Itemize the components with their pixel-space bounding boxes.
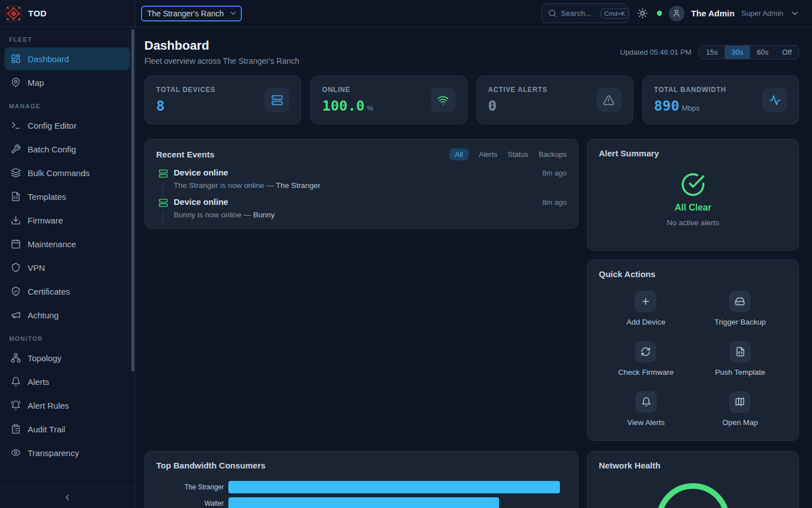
stat-icon-chip: [762, 87, 787, 112]
interval-button-30s[interactable]: 30s: [725, 46, 750, 59]
sidebar-item-label: Firmware: [28, 216, 63, 225]
sidebar-item-alert-rules[interactable]: Alert Rules: [5, 394, 130, 417]
search-input[interactable]: [561, 9, 596, 17]
stats-row: TOTAL DEVICES 8 ONLINE 100.0% ACTIVE ALE…: [144, 76, 799, 124]
event-filter-status[interactable]: Status: [508, 148, 528, 160]
network-icon: [11, 353, 21, 363]
stat-text: ACTIVE ALERTS 0: [488, 86, 548, 114]
add-device-button[interactable]: Add Device: [626, 291, 665, 326]
sidebar-item-templates[interactable]: Templates: [5, 185, 130, 208]
sidebar-section-label: FLEET: [9, 36, 126, 43]
sidebar-item-achtung[interactable]: Achtung: [5, 304, 130, 326]
hard-drive-icon: [735, 296, 745, 306]
sidebar-collapse-button[interactable]: [0, 487, 135, 508]
terminal-icon: [11, 120, 21, 130]
bandwidth-bar: [228, 497, 499, 508]
updated-timestamp: Updated 05:46:01 PM: [620, 48, 691, 56]
sidebar-item-alerts[interactable]: Alerts: [5, 370, 130, 393]
event-row[interactable]: Device online 8m ago The Stranger is now…: [156, 168, 567, 190]
theme-toggle-button[interactable]: [635, 6, 650, 21]
brand-name: TOD: [28, 8, 47, 18]
stat-label: ACTIVE ALERTS: [488, 86, 548, 94]
refresh-icon: [635, 341, 656, 362]
sidebar-item-certificates[interactable]: Certificates: [5, 280, 130, 303]
sidebar-item-label: Config Editor: [28, 121, 77, 130]
bell-icon: [11, 376, 21, 387]
activity-icon: [769, 94, 781, 106]
event-filter-all[interactable]: All: [449, 148, 469, 160]
stat-card-total-devices: TOTAL DEVICES 8: [144, 76, 301, 124]
fleet-selector[interactable]: The Stranger's Ranch: [141, 6, 242, 21]
event-filter-alerts[interactable]: Alerts: [479, 148, 497, 160]
chevron-down-icon: [790, 8, 800, 18]
sidebar-section-label: MONITOR: [9, 335, 126, 342]
sidebar-item-dashboard[interactable]: Dashboard: [5, 47, 130, 70]
avatar[interactable]: [669, 6, 685, 21]
sidebar-section-label: MANAGE: [9, 103, 126, 110]
content-grid: Recent Events AllAlertsStatusBackups Dev…: [144, 139, 799, 508]
plus-icon: [635, 291, 656, 312]
push-template-button[interactable]: Push Template: [715, 341, 765, 376]
interval-button-60s[interactable]: 60s: [750, 46, 775, 59]
check-circle-icon: [681, 172, 705, 197]
bandwidth-title: Top Bandwidth Consumers: [156, 461, 266, 470]
bandwidth-device-label: Walter: [156, 500, 224, 507]
sidebar-item-label: Alerts: [28, 377, 49, 387]
sidebar-item-label: VPN: [28, 263, 45, 273]
stat-card-online: ONLINE 100.0%: [310, 76, 467, 124]
stat-value: 0: [488, 98, 548, 114]
gauge-ring-icon: 100: [651, 478, 735, 508]
body-row: FLEET Dashboard MapMANAGE Config Editor …: [0, 27, 812, 508]
interval-button-off[interactable]: Off: [775, 46, 798, 59]
sidebar-item-label: Bulk Commands: [28, 168, 90, 178]
sidebar-item-firmware[interactable]: Firmware: [5, 209, 130, 231]
search-box[interactable]: Cmd+K: [541, 3, 628, 23]
alert-summary-card: Alert Summary All Clear No active alerts: [587, 139, 799, 251]
right-column: Alert Summary All Clear No active alerts…: [587, 139, 799, 441]
bandwidth-row: Walter: [156, 497, 567, 508]
sidebar-item-transparency[interactable]: Transparency: [5, 441, 130, 464]
topbar: TOD The Stranger's Ranch Cmd+K The Admin…: [0, 0, 812, 27]
event-device: The Stranger: [276, 181, 320, 190]
search-icon: [548, 9, 557, 17]
page-header-left: Dashboard Fleet overview across The Stra…: [144, 38, 299, 65]
sidebar-item-bulk-commands[interactable]: Bulk Commands: [5, 161, 130, 184]
page-title: Dashboard: [144, 38, 299, 53]
event-filter-backups[interactable]: Backups: [539, 148, 567, 160]
server-icon: [156, 197, 170, 208]
trigger-backup-button[interactable]: Trigger Backup: [714, 291, 766, 326]
sidebar-item-map[interactable]: Map: [5, 71, 130, 94]
open-map-button[interactable]: Open Map: [722, 391, 758, 427]
chevron-left-icon: [63, 493, 72, 502]
event-row[interactable]: Device online 8m ago Bunny is now online…: [156, 197, 567, 219]
sidebar-item-batch-config[interactable]: Batch Config: [5, 138, 130, 160]
event-filter-tabs: AllAlertsStatusBackups: [449, 148, 567, 160]
eye-icon: [11, 448, 21, 458]
chevron-down-icon[interactable]: [790, 8, 800, 18]
sidebar-item-config-editor[interactable]: Config Editor: [5, 114, 130, 137]
interval-button-15s[interactable]: 15s: [699, 46, 725, 59]
stat-value: 8: [156, 98, 215, 114]
fleet-selector-wrap: The Stranger's Ranch: [141, 6, 242, 21]
sidebar-item-maintenance[interactable]: Maintenance: [5, 233, 130, 255]
sidebar-item-vpn[interactable]: VPN: [5, 256, 130, 279]
quick-action-label: Push Template: [715, 368, 765, 376]
page-header-right: Updated 05:46:01 PM 15s30s60sOff: [620, 45, 800, 59]
quick-action-label: Trigger Backup: [714, 318, 766, 326]
stat-unit: %: [367, 104, 374, 112]
stat-icon-chip: [597, 87, 621, 112]
sidebar-item-audit-trail[interactable]: Audit Trail: [5, 418, 130, 440]
quick-actions-title: Quick Actions: [599, 269, 655, 279]
network-health-title: Network Health: [599, 461, 660, 470]
bandwidth-row: The Stranger: [156, 481, 567, 493]
quick-action-label: Check Firmware: [618, 368, 673, 376]
sidebar-item-label: Audit Trail: [28, 424, 65, 434]
plus-icon: [641, 296, 651, 306]
stat-card-total-bandwidth: TOTAL BANDWIDTH 890Mbps: [642, 76, 799, 124]
sidebar-item-topology[interactable]: Topology: [5, 347, 130, 369]
stat-icon-chip: [264, 87, 289, 112]
view-alerts-button[interactable]: View Alerts: [627, 391, 665, 427]
check-firmware-button[interactable]: Check Firmware: [618, 341, 673, 376]
sidebar-scrollbar[interactable]: [131, 29, 134, 371]
sidebar-item-label: Certificates: [28, 287, 70, 296]
